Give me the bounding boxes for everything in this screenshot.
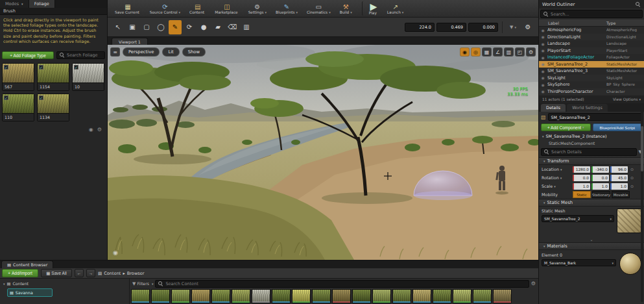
foliage-tool-button[interactable]: ◯ [154,20,167,34]
viewport-canvas[interactable] [108,45,538,260]
foliage-type-tile[interactable]: ✓ 1134 [37,94,69,121]
toolbar-button[interactable]: ⟳ Source Control▾ [147,3,184,15]
x-value-field[interactable]: 1280.0 [573,166,590,173]
sources-selected-folder[interactable]: ▤ Savanna [7,288,53,297]
foliage-tool-button[interactable]: ⌫ [226,20,239,34]
static-mesh-section-header[interactable]: ▾ Static Mesh [539,199,644,207]
outliner-row[interactable]: ◉ ThirdPersonCharacter Character [539,88,644,95]
lock-icon[interactable]: ⊙ [630,167,634,171]
foliage-tool-button[interactable]: ▰ [211,20,224,34]
transform-section-header[interactable]: ▾ Transform [539,157,644,165]
asset-thumbnail[interactable] [252,289,270,303]
outliner-row[interactable]: ◉ Landscape Landscape [539,40,644,47]
foliage-type-tile[interactable]: ✓ 567 [2,63,34,91]
visibility-eye-icon[interactable]: ◉ [540,55,545,60]
static-mesh-thumbnail[interactable] [617,209,641,233]
viewport-snap-button[interactable]: ▦ [482,47,492,57]
material-thumbnail[interactable] [619,253,641,275]
details-scrollbar[interactable] [641,104,643,302]
forward-button[interactable]: → [86,269,95,277]
asset-thumbnail[interactable] [292,289,311,303]
materials-section-header[interactable]: ▾ Materials [539,242,644,250]
back-button[interactable]: ← [75,269,84,277]
outliner-row[interactable]: ◉ SkySphere BP_Sky_Sphere [539,81,644,88]
outliner-row[interactable]: ◉ SM_SavannaTree_3 StaticMeshActor [539,68,644,75]
asset-thumbnail[interactable] [412,289,431,303]
foliage-tool-button[interactable]: ↖ [112,20,125,34]
visibility-eye-icon[interactable]: ◉ [540,75,545,80]
foliage-tool-button[interactable]: ● [197,20,210,34]
erase-density-field[interactable]: 0.000 [468,23,498,32]
y-value-field[interactable]: 0.0 [591,175,609,181]
tab-details[interactable]: Details [541,104,566,112]
mobility-option-button[interactable]: Stationary [592,191,610,198]
filters-button[interactable]: ▼ Filters ▾ [132,281,153,286]
outliner-row[interactable]: ◉ SM_SavannaTree_2 StaticMeshActor [539,61,644,68]
brush-size-field[interactable]: 224.0 [405,23,435,32]
asset-thumbnail[interactable] [232,289,250,303]
asset-thumbnail[interactable] [433,289,451,303]
foliage-tool-button[interactable]: ⟳ [183,20,196,34]
tab-foliage[interactable]: Foliage [29,0,55,8]
asset-thumbnail[interactable] [473,289,492,303]
asset-thumbnail[interactable] [453,289,471,303]
outliner-search-input[interactable]: Search... [540,10,643,18]
asset-thumbnail[interactable] [493,289,512,303]
transform-label[interactable]: Rotation▾ [542,175,571,181]
toolbar-button[interactable]: ▶ Play [362,1,381,16]
toolbar-button[interactable]: ⚒ Build▾ [337,3,355,15]
foliage-type-tile[interactable]: ✓ 110 [2,94,34,121]
viewport-snap-button[interactable]: ◎ [471,47,481,57]
save-all-button[interactable]: ▦ Save All [41,269,72,277]
viewport-snap-button[interactable]: ◰ [515,47,525,57]
asset-thumbnail[interactable] [191,289,210,303]
viewport-snap-button[interactable]: ∠ [493,47,503,57]
material-dropdown[interactable]: M_Savanna_Bark▾ [542,259,616,266]
checkbox-icon[interactable]: ✓ [39,95,43,100]
outliner-row[interactable]: ◉ PlayerStart PlayerStart [539,47,644,55]
outliner-row[interactable]: ◉ AtmosphericFog AtmosphericFog [539,27,644,34]
content-search-input[interactable]: Search Content [155,280,529,288]
settings-button[interactable]: ⚙ [521,20,534,34]
foliage-type-tile[interactable]: ✓ 10 [72,63,104,91]
asset-thumbnail[interactable] [372,289,391,303]
checkbox-icon[interactable]: ✓ [4,95,8,100]
foliage-tool-button[interactable]: ▢ [140,20,153,34]
asset-thumbnail[interactable] [332,289,351,303]
column-type[interactable]: Type [606,21,644,25]
show-dropdown[interactable]: Show [182,47,206,57]
visibility-eye-icon[interactable]: ◉ [540,34,545,39]
x-value-field[interactable]: 0.0 [573,175,590,181]
actor-name-field[interactable]: SM_SavannaTree_2 [548,113,642,121]
blueprint-add-script-button[interactable]: Blueprint/Add Script [593,123,643,131]
visibility-eye-icon[interactable]: ◉ [540,28,545,32]
lock-icon[interactable]: ⊙ [630,175,634,180]
toolbar-button[interactable]: ⚙ Settings▾ [245,3,270,15]
y-value-field[interactable]: -340.0 [591,166,609,173]
viewport-snap-button[interactable]: ⚙ [526,47,536,57]
add-import-button[interactable]: + Add/Import [2,269,38,277]
visibility-eye-icon[interactable]: ◉ [540,62,545,66]
x-value-field[interactable]: 1.0 [573,183,590,190]
toolbar-button[interactable]: ◫ Marketplace [211,3,243,15]
static-mesh-dropdown[interactable]: SM_SavannaTree_2▾ [542,215,614,222]
viewport-snap-button[interactable]: ◉ [460,47,470,57]
visibility-eye-icon[interactable]: ◉ [540,69,545,73]
tab-modes[interactable]: Modes ▾ [0,0,29,8]
outliner-row[interactable]: ◉ InstancedFoliageActor FoliageActor [539,54,644,61]
gear-icon[interactable]: ⚙ [531,281,536,286]
toolbar-button[interactable]: ▤ Content [186,3,209,15]
mobility-option-button[interactable]: Static [573,191,591,198]
mobility-option-button[interactable]: Movable [612,191,630,198]
z-value-field[interactable]: 96.0 [610,166,628,173]
lit-dropdown[interactable]: Lit [162,47,179,57]
perspective-dropdown[interactable]: Perspective [123,47,160,57]
z-value-field[interactable]: 1.0 [610,183,628,190]
breadcrumb-root[interactable]: Content [104,271,121,276]
outliner-row[interactable]: ◉ SkyLight SkyLight [539,75,644,82]
toolbar-button[interactable]: ▭ Cinematics▾ [304,3,334,15]
visibility-eye-icon[interactable]: ◉ [540,48,545,53]
column-label[interactable]: Label [539,21,606,25]
camera-icon[interactable]: ◉ [113,249,118,256]
toolbar-button[interactable]: ✎ Blueprints▾ [272,3,301,15]
